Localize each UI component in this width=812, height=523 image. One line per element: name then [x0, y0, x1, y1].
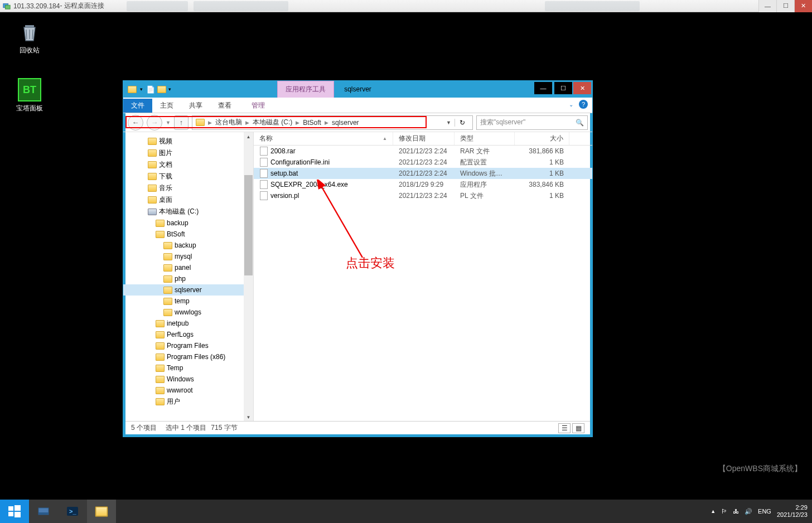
file-row[interactable]: version.pl2021/12/23 2:24PL 文件1 KB [254, 190, 592, 201]
folder-icon [163, 241, 172, 250]
contextual-tool-tab[interactable]: 应用程序工具 [277, 81, 334, 98]
tree-item[interactable]: 文档 [123, 159, 253, 171]
file-list: 名称▲ 修改日期 类型 大小 2008.rar2021/12/23 2:24RA… [254, 132, 592, 422]
nav-up-button[interactable]: ↑ [174, 115, 188, 130]
ribbon-home-tab[interactable]: 主页 [152, 99, 181, 113]
minimize-button[interactable]: — [758, 0, 776, 12]
ribbon: 文件 主页 共享 查看 管理 ⌄ ? [123, 98, 592, 113]
ribbon-file-tab[interactable]: 文件 [123, 99, 152, 113]
qat-properties-icon[interactable]: 📄 [146, 85, 155, 94]
maximize-button[interactable]: ☐ [776, 0, 794, 12]
col-name[interactable]: 名称▲ [254, 132, 393, 145]
tree-scrollbar[interactable]: ▲▼ [244, 132, 253, 422]
tree-item[interactable]: wwwroot [123, 385, 253, 396]
breadcrumb-item[interactable]: BtSoft [303, 119, 321, 127]
rdp-icon [2, 2, 11, 11]
search-icon[interactable]: 🔍 [576, 119, 584, 127]
annotation-text: 点击安装 [346, 255, 395, 272]
tray-clock[interactable]: 2:29 2021/12/23 [777, 504, 808, 519]
tree-item[interactable]: backup [123, 217, 253, 229]
file-type: RAR 文件 [455, 147, 515, 156]
help-icon[interactable]: ? [579, 100, 588, 109]
tree-item[interactable]: BtSoft [123, 229, 253, 240]
breadcrumb-item[interactable]: sqlserver [332, 119, 359, 127]
folder-icon [163, 274, 172, 283]
refresh-button[interactable]: ↻ [455, 119, 469, 127]
tree-item[interactable]: 视频 [123, 135, 253, 147]
close-button[interactable]: ✕ [794, 0, 812, 12]
bt-panel-shortcut[interactable]: BT 宝塔面板 [10, 78, 49, 113]
tree-item[interactable]: 桌面 [123, 194, 253, 206]
explorer-titlebar[interactable]: ▾ 📄 ▾ 应用程序工具 sqlserver — ☐ ✕ [123, 81, 592, 98]
ribbon-share-tab[interactable]: 共享 [181, 99, 210, 113]
view-icons-icon[interactable]: ▦ [572, 423, 584, 433]
tree-item[interactable]: 图片 [123, 147, 253, 159]
tree-item[interactable]: Temp [123, 362, 253, 374]
tree-item[interactable]: sqlserver [123, 284, 253, 296]
recycle-bin[interactable]: 回收站 [10, 20, 49, 55]
tree-item[interactable]: backup [123, 240, 253, 251]
tree-item[interactable]: 下载 [123, 171, 253, 182]
nav-back-button[interactable]: ← [128, 115, 143, 130]
explorer-close-button[interactable]: ✕ [573, 82, 591, 94]
col-date[interactable]: 修改日期 [393, 132, 455, 145]
tree-item-label: inetpub [167, 319, 188, 327]
ribbon-view-tab[interactable]: 查看 [210, 99, 239, 113]
folder-icon [163, 263, 172, 272]
file-row[interactable]: 2008.rar2021/12/23 2:24RAR 文件381,866 KB [254, 146, 592, 157]
taskbar-explorer[interactable] [87, 500, 116, 523]
breadcrumb[interactable]: ▶ 这台电脑▶ 本地磁盘 (C:)▶ BtSoft▶ sqlserver ▼ ↻ [192, 115, 473, 130]
column-headers[interactable]: 名称▲ 修改日期 类型 大小 [254, 132, 592, 146]
tree-item[interactable]: Program Files (x86) [123, 351, 253, 362]
file-name: version.pl [270, 192, 299, 200]
search-input[interactable]: 搜索"sqlserver" 🔍 [476, 115, 588, 130]
system-tray[interactable]: ▲ 🏳 🖧 🔊 ENG 2:29 2021/12/23 [710, 504, 812, 519]
folder-icon [156, 398, 165, 406]
start-button[interactable] [0, 500, 29, 523]
explorer-maximize-button[interactable]: ☐ [554, 82, 572, 94]
file-row[interactable]: ConfigurationFile.ini2021/12/23 2:24配置设置… [254, 157, 592, 168]
nav-history-dropdown[interactable]: ▼ [166, 120, 171, 125]
tray-lang[interactable]: ENG [758, 508, 771, 515]
tree-item-label: 下载 [159, 172, 172, 181]
file-row[interactable]: setup.bat2021/12/23 2:24Windows 批处理...1 … [254, 168, 592, 179]
taskbar-server-manager[interactable] [29, 500, 58, 523]
tree-item[interactable]: Program Files [123, 340, 253, 351]
tree-item[interactable]: 本地磁盘 (C:) [123, 206, 253, 217]
tree-item[interactable]: 音乐 [123, 182, 253, 194]
breadcrumb-item[interactable]: 这台电脑 [215, 118, 242, 127]
tree-item[interactable]: inetpub [123, 318, 253, 329]
tree-item[interactable]: wwwlogs [123, 307, 253, 318]
col-type[interactable]: 类型 [455, 132, 515, 145]
status-bar: 5 个项目 选中 1 个项目 715 字节 ☰ ▦ [125, 421, 590, 434]
nav-tree[interactable]: 视频图片文档下载音乐桌面本地磁盘 (C:)backupBtSoftbackupm… [123, 132, 254, 422]
tree-item[interactable]: PerfLogs [123, 329, 253, 340]
tray-flag-icon[interactable]: 🏳 [721, 508, 727, 515]
tree-item[interactable]: 用户 [123, 396, 253, 408]
file-row[interactable]: SQLEXPR_2008_x64.exe2018/1/29 9:29应用程序38… [254, 179, 592, 190]
ribbon-expand-icon[interactable]: ⌄ [569, 101, 573, 108]
breadcrumb-item[interactable]: 本地磁盘 (C:) [253, 118, 292, 127]
tray-chevron-icon[interactable]: ▲ [710, 509, 716, 514]
tray-network-icon[interactable]: 🖧 [733, 508, 739, 515]
ribbon-manage-tab[interactable]: 管理 [244, 99, 273, 113]
explorer-minimize-button[interactable]: — [534, 82, 552, 94]
view-details-icon[interactable]: ☰ [558, 423, 571, 433]
file-size: 383,846 KB [515, 181, 569, 188]
col-size[interactable]: 大小 [515, 132, 569, 145]
file-name: ConfigurationFile.ini [270, 158, 330, 166]
qat-open-icon[interactable] [157, 85, 166, 94]
taskbar[interactable]: >_ ▲ 🏳 🖧 🔊 ENG 2:29 2021/12/23 [0, 500, 812, 523]
tree-item[interactable]: Windows [123, 374, 253, 385]
tree-item[interactable]: mysql [123, 251, 253, 262]
tray-volume-icon[interactable]: 🔊 [745, 508, 752, 515]
folder-icon [156, 352, 165, 361]
breadcrumb-dropdown-icon[interactable]: ▼ [446, 120, 451, 125]
tree-item[interactable]: panel [123, 262, 253, 273]
nav-forward-button[interactable]: → [147, 115, 162, 130]
taskbar-powershell[interactable]: >_ [58, 500, 87, 523]
watermark: 【OpenWBS商城系统】 [718, 464, 802, 474]
file-type: PL 文件 [455, 191, 515, 201]
tree-item[interactable]: php [123, 273, 253, 284]
tree-item[interactable]: temp [123, 296, 253, 307]
